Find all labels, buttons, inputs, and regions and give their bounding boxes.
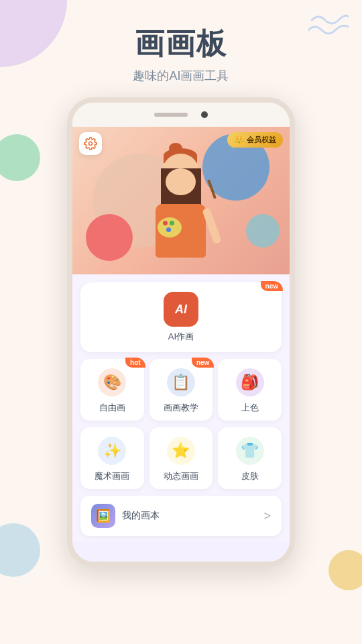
banner-decor-circle-2 xyxy=(86,214,133,261)
tutorial-label: 画画教学 xyxy=(164,402,198,414)
skin-card[interactable]: 👕 皮肤 xyxy=(218,427,282,489)
tutorial-icon: 📋 xyxy=(167,368,195,396)
hot-badge-free-draw: hot xyxy=(125,358,145,368)
free-draw-icon: 🎨 xyxy=(98,368,126,396)
coloring-label: 上色 xyxy=(241,402,259,414)
crown-icon: 👑 xyxy=(234,136,244,145)
character-illustration xyxy=(134,140,228,274)
char-brush xyxy=(207,179,217,199)
feature-grid-row1: hot 🎨 自由画 new 📋 画画教学 🎒 上色 xyxy=(80,359,282,421)
magic-paint-label: 魔术画画 xyxy=(95,470,129,482)
magic-paint-icon: ✨ xyxy=(98,437,126,465)
ai-paint-label: AI作画 xyxy=(168,331,194,343)
app-title: 画画板 xyxy=(0,24,362,64)
palette-dot-blue xyxy=(166,227,171,232)
settings-button[interactable] xyxy=(79,132,102,155)
vip-badge[interactable]: 👑 会员权益 xyxy=(227,132,283,148)
coloring-icon: 🎒 xyxy=(236,368,264,396)
new-badge-tutorial: new xyxy=(192,358,214,368)
free-draw-label: 自由画 xyxy=(99,402,125,414)
new-badge-ai: new xyxy=(261,281,283,291)
palette-dot-green xyxy=(170,221,174,225)
sketchbook-bar[interactable]: 🖼️ 我的画本 > xyxy=(80,496,282,536)
skin-icon: 👕 xyxy=(236,437,264,465)
ai-icon: AI xyxy=(175,303,187,317)
coloring-card[interactable]: 🎒 上色 xyxy=(218,359,282,421)
app-header: 画画板 趣味的AI画画工具 xyxy=(0,0,362,91)
gear-icon xyxy=(84,137,97,150)
magic-paint-card[interactable]: ✨ 魔术画画 xyxy=(80,427,144,489)
dynamic-paint-label: 动态画画 xyxy=(164,470,198,482)
char-face xyxy=(166,168,196,195)
sketchbook-label: 我的画本 xyxy=(122,510,160,522)
feature-grid-row2: ✨ 魔术画画 ⭐ 动态画画 👕 皮肤 xyxy=(80,427,282,489)
char-palette xyxy=(158,217,182,237)
skin-label: 皮肤 xyxy=(241,470,259,482)
sketchbook-icon: 🖼️ xyxy=(91,504,115,528)
content-area: new AI AI作画 hot 🎨 自由画 new 📋 xyxy=(72,274,290,541)
banner-decor-circle-3 xyxy=(246,214,280,248)
svg-point-0 xyxy=(89,142,93,146)
phone-mockup: 👑 会员权益 new AI AI作画 hot xyxy=(0,97,362,567)
dynamic-paint-card[interactable]: ⭐ 动态画画 xyxy=(149,427,213,489)
free-draw-card[interactable]: hot 🎨 自由画 xyxy=(80,359,144,421)
chevron-right-icon: > xyxy=(263,509,271,523)
app-banner: 👑 会员权益 xyxy=(72,127,290,274)
phone-top-bar xyxy=(72,103,290,127)
palette-dot-red xyxy=(163,221,168,225)
sketchbook-left: 🖼️ 我的画本 xyxy=(91,504,160,528)
phone-frame: 👑 会员权益 new AI AI作画 hot xyxy=(67,97,295,567)
ai-paint-icon-container: AI xyxy=(164,292,198,327)
app-subtitle: 趣味的AI画画工具 xyxy=(0,68,362,84)
phone-screen: 👑 会员权益 new AI AI作画 hot xyxy=(72,127,290,561)
vip-label: 会员权益 xyxy=(247,135,276,145)
phone-speaker xyxy=(154,113,188,117)
dynamic-paint-icon: ⭐ xyxy=(167,437,195,465)
tutorial-card[interactable]: new 📋 画画教学 xyxy=(149,359,213,421)
phone-camera xyxy=(201,111,208,118)
ai-paint-card[interactable]: new AI AI作画 xyxy=(80,282,282,352)
